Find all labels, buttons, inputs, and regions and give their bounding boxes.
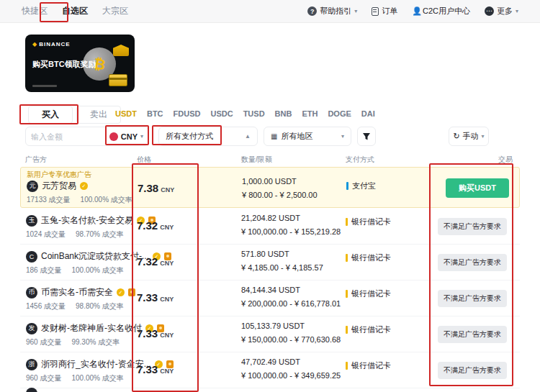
payment-cell: 支付宝 (346, 181, 376, 191)
chevron-down-icon: ▾ (140, 133, 143, 140)
requirements-not-met-button[interactable]: 不满足广告方要求 (438, 218, 507, 235)
advertiser-name[interactable]: 元芳贸易 (42, 180, 76, 192)
requirements-not-met-button[interactable]: 不满足广告方要求 (438, 362, 507, 379)
requirements-not-met-button[interactable]: 不满足广告方要求 (438, 326, 507, 343)
order-limit: ¥ 200,000.00 - ¥ 616,778.01 (241, 299, 341, 308)
filter-funnel-icon (362, 132, 371, 141)
chevron-down-icon: ▾ (482, 133, 485, 140)
chevron-down-icon: ▾ (341, 133, 344, 140)
asset-tab-tusd[interactable]: TUSD (243, 109, 265, 118)
asset-tab-bnb[interactable]: BNB (275, 109, 292, 118)
avatar[interactable]: C (26, 251, 37, 263)
asset-tab-usdc[interactable]: USDC (210, 109, 233, 118)
more-menu[interactable]: ⋯ 更多 ▾ (485, 6, 518, 17)
help-guide-menu[interactable]: ? 帮助指引 ▾ (307, 6, 357, 17)
payment-method-select[interactable]: 所有支付方式 ▲ (158, 127, 258, 146)
price-value: 7.38 (138, 182, 158, 194)
orders-menu[interactable]: 订单 (372, 6, 397, 17)
help-icon: ? (307, 6, 317, 16)
tab-favorites-zone[interactable]: 自选区 (62, 5, 88, 17)
binance-diamond-icon: ◆ (32, 41, 37, 47)
advertiser-stats: 17133 成交量 100.00% 成交率 (27, 195, 132, 205)
quantity-cell: 21,204.82 USDT ¥ 100,000.00 - ¥ 155,219.… (241, 214, 341, 236)
quantity-cell: 47,702.49 USDT ¥ 100,000.00 - ¥ 349,659.… (241, 357, 341, 380)
header-trade: 交易 (498, 155, 513, 165)
avatar[interactable]: 币 (26, 287, 37, 298)
table-row: 币 币需实名-币需安全 ✓ 1456 成交量 98.80% 成交率 7.33 C… (20, 281, 520, 316)
advertiser-name[interactable]: 币需实名-币需安全 (41, 286, 113, 298)
avatar[interactable]: 玉 (26, 215, 37, 227)
refresh-icon: ↻ (453, 132, 459, 141)
avatar[interactable]: 浙 (26, 359, 37, 370)
completion-rate: 98.70% 成交率 (76, 229, 124, 240)
table-row (26, 388, 85, 392)
header-advertiser: 广告方 (25, 155, 47, 165)
header-quantity-limit: 数量/限额 (241, 155, 272, 165)
order-limit: ¥ 100,000.00 - ¥ 349,659.25 (241, 371, 341, 380)
fiat-selector[interactable]: CNY ▾ (109, 132, 143, 141)
order-limit: ¥ 100,000.00 - ¥ 155,219.28 (241, 227, 341, 236)
alipay-bar-icon (346, 182, 348, 190)
users-icon: 👤 (412, 6, 420, 16)
available-quantity: 84,144.34 USDT (241, 286, 341, 294)
quantity-cell: 1,000.00 USDT ¥ 800.00 - ¥ 2,500.00 (242, 177, 318, 199)
amount-input[interactable] (31, 132, 89, 141)
price-cell: 7.38 CNY (138, 182, 174, 194)
bank-bar-icon (346, 254, 348, 262)
region-select[interactable]: ▦ 所有地区 ▾ (264, 127, 351, 146)
price-cell: 7.33 CNY (137, 291, 174, 304)
bank-bar-icon (346, 290, 348, 298)
orders-count: 1456 成交量 (26, 301, 66, 311)
table-row: 浙 浙羽商行_实名收付-资金安... ✓ 960 成交量 100.00% 成交率… (20, 352, 520, 388)
tab-express-zone[interactable]: 快捷区 (22, 5, 48, 17)
banner-fineprint (32, 85, 57, 87)
price-cell: 7.33 CNY (137, 327, 174, 339)
promo-banner[interactable]: ◆ BINANCE ₿ 购买BTC领取奖励 (25, 35, 135, 92)
requirements-not-met-button[interactable]: 不满足广告方要求 (438, 290, 507, 307)
table-row: 玉 玉兔-实名付款-安全交易 ✓ 1024 成交量 98.70% 成交率 7.3… (20, 209, 520, 245)
avatar[interactable]: 发 (26, 323, 37, 334)
price-value: 7.33 (137, 291, 158, 304)
asset-tab-btc[interactable]: BTC (147, 109, 163, 118)
filter-button[interactable] (357, 127, 376, 146)
asset-tab-eth[interactable]: ETH (302, 109, 318, 118)
avatar[interactable]: 元 (27, 181, 38, 192)
advertiser-name[interactable]: 玉兔-实名付款-安全交易 (41, 214, 133, 227)
orders-label: 订单 (382, 6, 397, 17)
buy-usdt-button[interactable]: 购买USDT (446, 178, 509, 198)
fiat-label: CNY (121, 132, 138, 141)
advertiser-name[interactable]: CoinBank沉淀或贷款支付-... (41, 250, 149, 263)
order-icon (372, 7, 379, 16)
advertiser-name[interactable]: 浙羽商行_实名收付-资金安... (41, 358, 151, 370)
asset-tab-dai[interactable]: DAI (361, 109, 375, 118)
refresh-mode-button[interactable]: ↻ 手动 ▾ (449, 127, 489, 146)
refresh-mode-label: 手动 (463, 131, 479, 142)
sell-tab[interactable]: 卖出 (76, 106, 121, 124)
payment-method: 银行借记卡 (351, 324, 391, 335)
order-limit: ¥ 4,185.00 - ¥ 4,185.57 (241, 263, 323, 272)
payment-cell: 银行借记卡 (346, 216, 391, 227)
requirements-not-met-button[interactable]: 不满足广告方要求 (438, 254, 507, 271)
tab-block-zone[interactable]: 大宗区 (102, 5, 128, 17)
advertiser-name[interactable]: 发财树-老牌神盾-实名收付 (41, 322, 142, 334)
c2c-user-center-menu[interactable]: 👤 C2C用户中心 (412, 6, 470, 17)
orders-count: 1024 成交量 (26, 229, 66, 240)
available-quantity: 571.80 USDT (241, 250, 323, 258)
price-currency: CNY (160, 332, 174, 339)
promo-ad-label: 新用户专享优惠广告 (27, 170, 91, 180)
order-limit: ¥ 800.00 - ¥ 2,500.00 (242, 191, 318, 199)
payment-cell: 银行借记卡 (346, 288, 391, 299)
price-value: 7.32 (137, 219, 158, 232)
advertiser-stats: 1024 成交量 98.70% 成交率 (26, 229, 124, 240)
asset-tab-fdusd[interactable]: FDUSD (174, 109, 201, 118)
table-row: 发 发财树-老牌神盾-实名收付 ✓ 960 成交量 99.30% 成交率 7.3… (20, 316, 520, 352)
quantity-cell: 84,144.34 USDT ¥ 200,000.00 - ¥ 616,778.… (241, 286, 341, 308)
orders-count: 960 成交量 (26, 337, 61, 347)
table-row: C CoinBank沉淀或贷款支付-... ✓ 186 成交量 100.00% … (20, 245, 520, 281)
asset-tab-doge[interactable]: DOGE (328, 109, 351, 118)
buy-tab[interactable]: 买入 (28, 106, 73, 124)
asset-tab-usdt[interactable]: USDT (115, 109, 137, 118)
advertiser-stats: 960 成交量 99.30% 成交率 (26, 337, 120, 347)
price-currency: CNY (160, 260, 174, 267)
avatar (26, 388, 37, 392)
